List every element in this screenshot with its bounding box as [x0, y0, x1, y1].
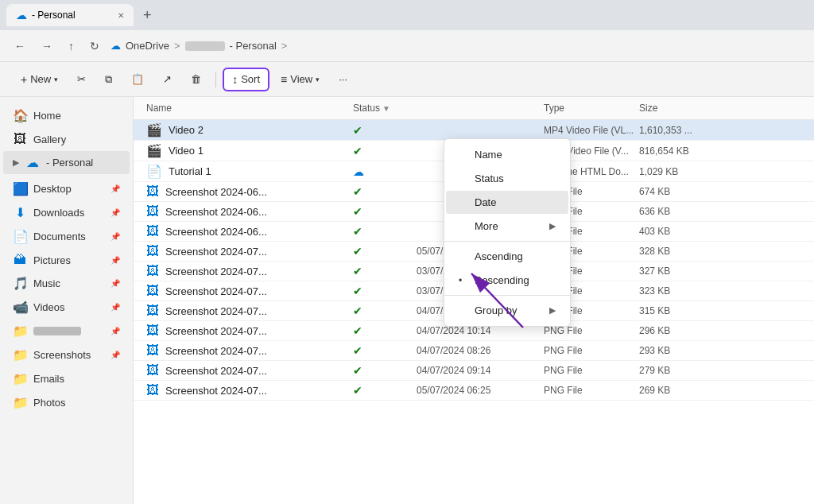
documents-label: Documents: [33, 231, 86, 242]
file-status-cell: ✔: [353, 285, 417, 297]
menu-item-groupby[interactable]: Group by ▶: [446, 299, 568, 322]
browser-chrome: ☁ - Personal ✕ +: [0, 0, 814, 30]
menu-item-date[interactable]: Date: [446, 191, 568, 214]
file-type-icon: 🖼: [146, 224, 159, 238]
file-name-text: Screenshot 2024-07...: [165, 285, 267, 297]
paste-button[interactable]: 📋: [123, 69, 152, 89]
new-button[interactable]: + New ▾: [13, 69, 66, 90]
sidebar-item-emails[interactable]: 📁 Emails: [3, 367, 130, 390]
more-options-button[interactable]: ···: [331, 69, 355, 89]
share-button[interactable]: ↗: [155, 69, 180, 89]
sidebar-item-home[interactable]: 🏠 Home: [3, 104, 130, 127]
share-icon: ↗: [163, 73, 172, 85]
address-blurred-part: [185, 41, 225, 51]
sidebar-item-documents[interactable]: 📄 Documents 📌: [3, 225, 130, 248]
file-size-cell: 1,610,353 ...: [639, 125, 703, 136]
copy-button[interactable]: ⧉: [97, 69, 120, 90]
file-name-text: Screenshot 2024-07...: [165, 365, 267, 377]
back-button[interactable]: ←: [10, 37, 30, 56]
file-name-text: Video 2: [169, 124, 204, 136]
sort-dropdown-menu[interactable]: Name Status Date More ▶ Ascending •: [444, 138, 571, 327]
sort-button[interactable]: ↕ Sort: [223, 68, 269, 91]
menu-item-ascending[interactable]: Ascending: [446, 245, 568, 268]
table-row[interactable]: 🖼 Screenshot 2024-07... ✔ 04/07/2024 08:…: [134, 341, 814, 361]
personal-label: - Personal: [46, 157, 93, 169]
up-button[interactable]: ↑: [64, 37, 79, 56]
sidebar-item-photos[interactable]: 📁 Photos: [3, 391, 130, 414]
home-label: Home: [33, 110, 61, 122]
menu-item-more[interactable]: More ▶: [446, 215, 568, 238]
file-area: Name Status ▼ Type Size 🎬 Video 2 ✔: [134, 97, 814, 504]
file-name-cell: 🖼 Screenshot 2024-07...: [146, 363, 353, 378]
file-name-cell: 🖼 Screenshot 2024-07...: [146, 343, 353, 358]
file-name-text: Video 1: [169, 145, 204, 157]
file-name-text: Screenshot 2024-07...: [165, 266, 267, 277]
sidebar-item-screenshots[interactable]: 📁 Screenshots 📌: [3, 343, 130, 366]
file-size-cell: 328 KB: [639, 246, 703, 257]
tab-cloud-icon: ☁: [16, 9, 27, 21]
status-icon: ✔: [353, 124, 362, 137]
table-row[interactable]: 🖼 Screenshot 2024-07... ✔ 05/07/2024 06:…: [134, 381, 814, 401]
file-size-cell: 403 KB: [639, 226, 703, 237]
file-size-cell: 327 KB: [639, 266, 703, 277]
menu-label-name: Name: [475, 149, 502, 161]
new-chevron-icon: ▾: [54, 76, 58, 83]
file-name-cell: 🎬 Video 2: [146, 122, 353, 138]
status-icon: ✔: [353, 285, 362, 297]
cut-button[interactable]: ✂: [69, 69, 94, 89]
browser-tab[interactable]: ☁ - Personal ✕: [6, 4, 134, 26]
menu-label-groupby: Group by: [475, 304, 517, 316]
sidebar-item-personal[interactable]: ▶ ☁ - Personal: [3, 151, 130, 174]
menu-item-descending[interactable]: • Descending: [446, 269, 568, 292]
status-icon: ✔: [353, 364, 362, 377]
file-size-cell: 1,029 KB: [639, 166, 703, 177]
sidebar-item-downloads[interactable]: ⬇ Downloads 📌: [3, 201, 130, 224]
browser-nav: ← → ↑ ↻ ☁ OneDrive > - Personal >: [0, 30, 814, 62]
file-date-cell: 04/07/2024 09:14: [417, 365, 544, 376]
pictures-label: Pictures: [33, 254, 71, 266]
sidebar-item-desktop[interactable]: 🟦 Desktop 📌: [3, 177, 130, 200]
sidebar-item-music[interactable]: 🎵 Music 📌: [3, 272, 130, 295]
menu-item-name[interactable]: Name: [446, 143, 568, 166]
pictures-icon: 🏔: [13, 253, 27, 267]
screenshots-icon: 📁: [13, 347, 27, 362]
menu-item-status[interactable]: Status: [446, 167, 568, 190]
music-icon: 🎵: [13, 276, 27, 291]
view-button[interactable]: ≡ View ▾: [273, 69, 328, 90]
more-arrow-icon: ▶: [549, 221, 556, 231]
table-row[interactable]: 🖼 Screenshot 2024-07... ✔ 04/07/2024 09:…: [134, 361, 814, 381]
menu-label-descending: Descending: [475, 274, 529, 286]
desktop-label: Desktop: [33, 183, 72, 195]
toolbar-separator: [215, 72, 216, 87]
sidebar-item-videos[interactable]: 📹 Videos 📌: [3, 296, 130, 319]
sidebar-item-pictures[interactable]: 🏔 Pictures 📌: [3, 249, 130, 271]
downloads-icon: ⬇: [13, 205, 27, 220]
file-name-text: Screenshot 2024-07...: [165, 325, 267, 337]
forward-button[interactable]: →: [37, 37, 57, 56]
file-type-icon: 🖼: [146, 343, 159, 358]
refresh-button[interactable]: ↻: [85, 37, 104, 56]
home-icon: 🏠: [13, 108, 27, 123]
file-status-cell: ✔: [353, 205, 417, 218]
menu-label-ascending: Ascending: [475, 250, 523, 262]
downloads-label: Downloads: [33, 207, 84, 219]
sidebar-item-blurred[interactable]: 📁 📌: [3, 320, 130, 343]
personal-cloud-icon: ☁: [25, 155, 40, 170]
address-sep-1: >: [174, 40, 180, 52]
menu-label-more: More: [475, 220, 498, 232]
delete-button[interactable]: 🗑: [183, 69, 209, 89]
new-tab-button[interactable]: +: [138, 6, 157, 25]
status-icon: ☁: [353, 165, 364, 178]
tab-close-btn[interactable]: ✕: [118, 11, 124, 20]
file-name-cell: 🖼 Screenshot 2024-07...: [146, 383, 353, 397]
videos-icon: 📹: [13, 300, 27, 315]
videos-pin-icon: 📌: [110, 303, 120, 312]
file-name-cell: 📄 Tutorial 1: [146, 164, 353, 179]
documents-pin-icon: 📌: [110, 232, 120, 241]
sidebar-item-gallery[interactable]: 🖼 Gallery: [3, 128, 130, 150]
address-onedrive: OneDrive: [126, 40, 169, 52]
file-status-cell: ✔: [353, 225, 417, 238]
status-icon: ✔: [353, 304, 362, 317]
desktop-pin-icon: 📌: [110, 184, 120, 193]
file-name-cell: 🖼 Screenshot 2024-06...: [146, 204, 353, 219]
